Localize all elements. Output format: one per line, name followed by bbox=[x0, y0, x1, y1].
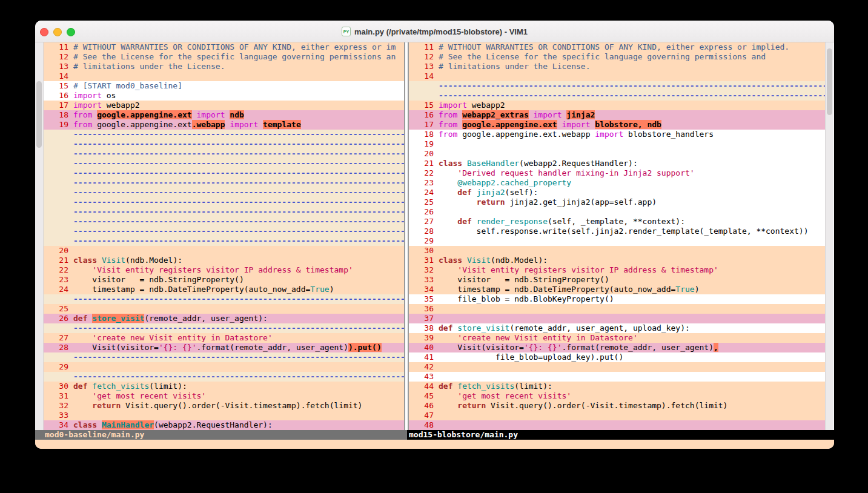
code-line[interactable]: ----------------------------------------… bbox=[44, 168, 404, 178]
code-line[interactable]: ----------------------------------------… bbox=[44, 188, 404, 197]
code-line[interactable]: 30 bbox=[409, 246, 825, 256]
code-line[interactable]: 31class Visit(ndb.Model): bbox=[409, 256, 825, 265]
code-line[interactable]: 21class Visit(ndb.Model): bbox=[44, 256, 404, 265]
code-line[interactable]: 44def fetch_visits(limit): bbox=[409, 382, 825, 391]
code-segment: jinja2 bbox=[477, 188, 505, 197]
code-line[interactable]: 28 self.response.write(self.jinja2.rende… bbox=[409, 227, 825, 236]
code-line[interactable]: 38def store_visit(remote_addr, user_agen… bbox=[409, 323, 825, 333]
code-line[interactable]: 15# [START mod0_baseline] bbox=[44, 81, 404, 91]
code-line[interactable]: ----------------------------------------… bbox=[409, 81, 825, 91]
line-number: 22 bbox=[409, 168, 439, 178]
window-titlebar[interactable]: PY main.py (/private/tmp/mod15-blobstore… bbox=[35, 21, 834, 42]
code-segment bbox=[462, 159, 467, 168]
code-line[interactable]: 13# limitations under the License. bbox=[44, 62, 404, 71]
code-line[interactable]: 25 bbox=[44, 304, 404, 314]
code-line[interactable]: 17import webapp2 bbox=[44, 101, 404, 110]
code-line[interactable]: 19from google.appengine.ext.webapp impor… bbox=[44, 120, 404, 130]
code-line[interactable]: ----------------------------------------… bbox=[44, 207, 404, 217]
code-line[interactable]: 14 bbox=[409, 71, 825, 81]
code-line[interactable]: 31 'get most recent visits' bbox=[44, 391, 404, 401]
code-line[interactable]: 20 bbox=[409, 149, 825, 159]
code-line[interactable]: 39 'create new Visit entity in Datastore… bbox=[409, 333, 825, 343]
code-line[interactable]: 11# WITHOUT WARRANTIES OR CONDITIONS OF … bbox=[44, 42, 404, 52]
code-line[interactable]: 29 bbox=[44, 362, 404, 372]
code-line[interactable]: 22 'Visit entity registers visitor IP ad… bbox=[44, 265, 404, 275]
code-line[interactable]: ----------------------------------------… bbox=[44, 236, 404, 246]
code-line[interactable]: 22 'Derived request handler mixing-in Ji… bbox=[409, 168, 825, 178]
code-text: def fetch_visits(limit): bbox=[73, 382, 404, 391]
code-segment bbox=[439, 391, 457, 400]
code-line[interactable]: 30def fetch_visits(limit): bbox=[44, 382, 404, 391]
code-line[interactable]: 34class MainHandler(webapp2.RequestHandl… bbox=[44, 420, 404, 430]
code-line[interactable]: 36 bbox=[409, 304, 825, 314]
code-line[interactable]: 17from google.appengine.ext import blobs… bbox=[409, 120, 825, 130]
code-line[interactable]: ----------------------------------------… bbox=[44, 323, 404, 333]
code-line[interactable]: ----------------------------------------… bbox=[44, 352, 404, 362]
code-line[interactable]: 48 bbox=[409, 420, 825, 430]
code-line[interactable]: 25 return jinja2.get_jinja2(app=self.app… bbox=[409, 197, 825, 207]
code-line[interactable]: 21class BaseHandler(webapp2.RequestHandl… bbox=[409, 159, 825, 168]
left-editor-pane[interactable]: 11# WITHOUT WARRANTIES OR CONDITIONS OF … bbox=[44, 42, 404, 430]
code-text: # WITHOUT WARRANTIES OR CONDITIONS OF AN… bbox=[439, 42, 825, 52]
code-line[interactable]: 40 Visit(visitor='{}: {}'.format(remote_… bbox=[409, 343, 825, 352]
code-text bbox=[439, 362, 825, 372]
code-text: 'create new Visit entity in Datastore' bbox=[73, 333, 404, 343]
code-line[interactable]: 32 'Visit entity registers visitor IP ad… bbox=[409, 265, 825, 275]
code-line[interactable]: 11# WITHOUT WARRANTIES OR CONDITIONS OF … bbox=[409, 42, 825, 52]
code-line[interactable]: 26 bbox=[409, 207, 825, 217]
code-line[interactable]: ----------------------------------------… bbox=[44, 197, 404, 207]
code-line[interactable]: 24 def jinja2(self): bbox=[409, 188, 825, 197]
code-line[interactable]: 47 bbox=[409, 411, 825, 420]
code-line[interactable]: ----------------------------------------… bbox=[44, 139, 404, 149]
command-line[interactable] bbox=[35, 440, 834, 449]
code-line[interactable]: 43 bbox=[409, 372, 825, 382]
code-line[interactable]: 37 bbox=[409, 314, 825, 323]
code-line[interactable]: 46 return Visit.query().order(-Visit.tim… bbox=[409, 401, 825, 411]
code-line[interactable]: 28 Visit(visitor='{}: {}'.format(remote_… bbox=[44, 343, 404, 352]
code-line[interactable]: 23 @webapp2.cached_property bbox=[409, 178, 825, 188]
code-line[interactable]: 20 bbox=[44, 246, 404, 256]
code-line[interactable]: 42 bbox=[409, 362, 825, 372]
code-line[interactable]: 12# See the License for the specific lan… bbox=[44, 52, 404, 62]
code-line[interactable]: ----------------------------------------… bbox=[44, 227, 404, 236]
vertical-split-divider[interactable] bbox=[404, 42, 409, 430]
code-line[interactable]: 35 file_blob = ndb.BlobKeyProperty() bbox=[409, 294, 825, 304]
code-line[interactable]: 29 bbox=[409, 236, 825, 246]
right-scrollbar[interactable] bbox=[825, 42, 833, 430]
code-line[interactable]: 26def store_visit(remote_addr, user_agen… bbox=[44, 314, 404, 323]
scrollbar-thumb[interactable] bbox=[827, 48, 832, 115]
code-segment: .format(remote_addr, user_agent) bbox=[197, 343, 348, 352]
code-line[interactable]: 34 timestamp = ndb.DateTimeProperty(auto… bbox=[409, 285, 825, 294]
code-line[interactable]: 19 bbox=[409, 139, 825, 149]
code-line[interactable]: 24 timestamp = ndb.DateTimeProperty(auto… bbox=[44, 285, 404, 294]
code-line[interactable]: ----------------------------------------… bbox=[44, 178, 404, 188]
code-line[interactable]: 33 visitor = ndb.StringProperty() bbox=[409, 275, 825, 285]
code-line[interactable]: 12# See the License for the specific lan… bbox=[409, 52, 825, 62]
code-line[interactable]: ----------------------------------------… bbox=[44, 217, 404, 227]
code-line[interactable]: 15import webapp2 bbox=[409, 101, 825, 110]
code-line[interactable]: ----------------------------------------… bbox=[44, 294, 404, 304]
code-line[interactable]: 32 return Visit.query().order(-Visit.tim… bbox=[44, 401, 404, 411]
code-line[interactable]: 41 file_blob=upload_key).put() bbox=[409, 352, 825, 362]
code-line[interactable]: 33 bbox=[44, 411, 404, 420]
code-line[interactable]: ----------------------------------------… bbox=[409, 91, 825, 101]
code-line[interactable]: 45 'get most recent visits' bbox=[409, 391, 825, 401]
code-segment: return bbox=[477, 197, 505, 207]
right-editor-pane[interactable]: 11# WITHOUT WARRANTIES OR CONDITIONS OF … bbox=[409, 42, 825, 430]
code-line[interactable]: 13# limitations under the License. bbox=[409, 62, 825, 71]
code-line[interactable]: 18from google.appengine.ext import ndb bbox=[44, 110, 404, 120]
code-line[interactable]: 27 'create new Visit entity in Datastore… bbox=[44, 333, 404, 343]
code-line[interactable]: 16from webapp2_extras import jinja2 bbox=[409, 110, 825, 120]
scrollbar-thumb[interactable] bbox=[36, 81, 42, 148]
code-line[interactable]: 16import os bbox=[44, 91, 404, 101]
code-line[interactable]: 27 def render_response(self, _template, … bbox=[409, 217, 825, 227]
code-segment: (webapp2.RequestHandler): bbox=[154, 420, 273, 429]
code-line[interactable]: 23 visitor = ndb.StringProperty() bbox=[44, 275, 404, 285]
left-scrollbar[interactable] bbox=[35, 42, 44, 430]
code-line[interactable]: ----------------------------------------… bbox=[44, 159, 404, 168]
code-line[interactable]: ----------------------------------------… bbox=[44, 372, 404, 382]
code-line[interactable]: ----------------------------------------… bbox=[44, 130, 404, 139]
code-line[interactable]: ----------------------------------------… bbox=[44, 149, 404, 159]
code-line[interactable]: 14 bbox=[44, 71, 404, 81]
code-line[interactable]: 18from google.appengine.ext.webapp impor… bbox=[409, 130, 825, 139]
